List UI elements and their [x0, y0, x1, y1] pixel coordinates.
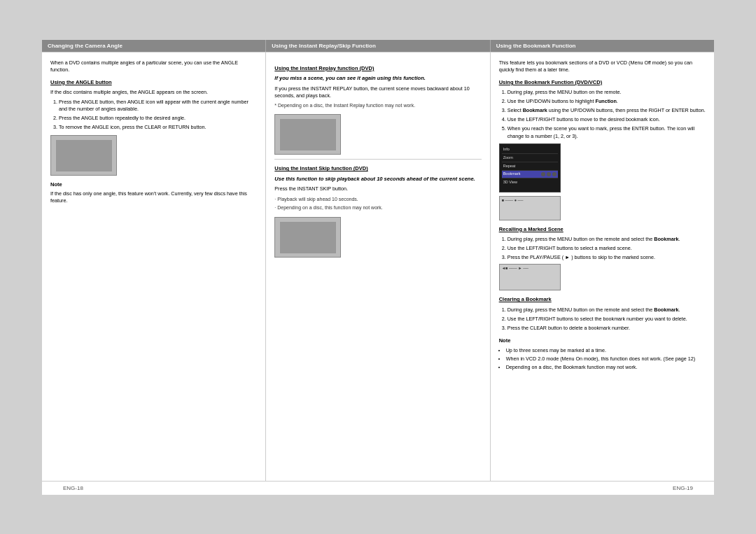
col2-replay-screen: Instant Replay: [274, 114, 341, 155]
col1-header: Changing the Camera Angle: [42, 40, 266, 52]
col3-note-title: Note: [499, 337, 706, 345]
col2-sub1-body: If you press the INSTANT REPLAY button, …: [274, 85, 481, 99]
col2-note-2: · Depending on a disc, this function may…: [274, 204, 481, 211]
col2-sub2-bold: Use this function to skip playback about…: [274, 176, 481, 183]
col3-recall-screen: ◄■ ─── ► ──: [499, 264, 561, 290]
col3-sub2-title: Recalling a Marked Scene: [499, 226, 706, 234]
col3-recall-2: Use the LEFT/RIGHT buttons to select a m…: [507, 245, 706, 252]
bm-dot-3: [552, 172, 556, 176]
col1-steps: Press the ANGLE button, then ANGLE icon …: [50, 99, 257, 131]
col3-note-1: Up to three scenes may be marked at a ti…: [506, 347, 706, 354]
col2-skip-inner: [280, 222, 336, 253]
col3-note-3: Depending on a disc, the Bookmark functi…: [506, 364, 706, 371]
manual-page: Changing the Camera Angle Using the Inst…: [42, 40, 714, 495]
col1-note-title: Note: [50, 181, 257, 189]
bm-dot-1: [541, 172, 545, 176]
col2-divider: [274, 159, 481, 160]
col3-intro: This feature lets you bookmark sections …: [499, 59, 706, 73]
col2-notes: · Playback will skip ahead 10 seconds. ·…: [274, 196, 481, 212]
col3-recall-label: ◄■ ─── ► ──: [502, 266, 528, 272]
col1-sub1-title: Using the ANGLE button: [50, 79, 257, 87]
col3-bookmark-menu-screen: Info Zoom Repeat Bookmark 3D View: [499, 143, 561, 192]
col2-sub1-title: Using the Instant Replay function (DVD): [274, 65, 481, 73]
bm-3dview: 3D View: [502, 178, 558, 186]
column-3: This feature lets you bookmark sections …: [491, 52, 714, 481]
bm-repeat: Repeat: [502, 162, 558, 171]
col3-step-5: When you reach the scene you want to mar…: [507, 125, 706, 139]
bm-bookmark: Bookmark: [502, 171, 558, 179]
bm-dot-2: [547, 172, 551, 176]
col1-screen-inner: [56, 140, 112, 171]
col2-note-1: · Playback will skip ahead 10 seconds.: [274, 196, 481, 203]
col3-step-2: Use the UP/DOWN buttons to highlight Fun…: [507, 98, 706, 105]
col1-step-1: Press the ANGLE button, then ANGLE icon …: [59, 99, 257, 113]
col3-clear-1: During play, press the MENU button on th…: [507, 307, 706, 314]
col3-sub3-steps: During play, press the MENU button on th…: [499, 307, 706, 332]
bm-zoom: Zoom: [502, 154, 558, 162]
col1-note-body: If the disc has only one angle, this fea…: [50, 190, 257, 204]
col2-header: Using the Instant Replay/Skip Function: [266, 40, 490, 52]
footer-left: ENG-18: [63, 485, 83, 491]
col1-sub1-body: If the disc contains multiple angles, th…: [50, 89, 257, 96]
col1-screen-image: ■ ─────: [50, 135, 117, 176]
bookmark-dots: [541, 172, 556, 176]
column-1: When a DVD contains multiple angles of a…: [42, 52, 266, 481]
col3-step-4: Use the LEFT/RIGHT buttons to move to th…: [507, 116, 706, 123]
col3-header: Using the Bookmark Function: [491, 40, 714, 52]
col2-asterisk: * Depending on a disc, the Instant Repla…: [274, 102, 481, 109]
col2-sub2-body: Press the INSTANT SKIP button.: [274, 185, 481, 192]
col3-recall-1: During play, press the MENU button on th…: [507, 236, 706, 243]
col3-sub2-steps: During play, press the MENU button on th…: [499, 236, 706, 261]
bm-info: Info: [502, 146, 558, 155]
col1-intro: When a DVD contains multiple angles of a…: [50, 59, 257, 73]
footer-right: ENG-19: [673, 485, 693, 491]
col3-status-label: ■ ─── ● ──: [502, 198, 524, 204]
footer: ENG-18 ENG-19: [42, 481, 714, 495]
col3-sub3-title: Clearing a Bookmark: [499, 296, 706, 304]
col3-clear-3: Press the CLEAR button to delete a bookm…: [507, 325, 706, 332]
col3-sub1-title: Using the Bookmark Function (DVD/VCD): [499, 79, 706, 87]
col3-note-2: When in VCD 2.0 mode (Menu On mode), thi…: [506, 356, 706, 363]
col3-note: Note Up to three scenes may be marked at…: [499, 337, 706, 371]
col3-clear-2: Use the LEFT/RIGHT buttons to select the…: [507, 316, 706, 323]
col1-step-3: To remove the ANGLE icon, press the CLEA…: [59, 124, 257, 131]
col3-step-1: During play, press the MENU button on th…: [507, 89, 706, 96]
col3-status-screen: ■ ─── ● ──: [499, 196, 561, 220]
col2-skip-screen: Instant Skip: [274, 217, 341, 258]
col1-note: Note If the disc has only one angle, thi…: [50, 181, 257, 205]
col3-note-list: Up to three scenes may be marked at a ti…: [499, 347, 706, 371]
col3-sub1-steps: During play, press the MENU button on th…: [499, 89, 706, 139]
top-bar: Changing the Camera Angle Using the Inst…: [42, 40, 714, 52]
col3-recall-3: Press the PLAY/PAUSE ( ► ) buttons to sk…: [507, 254, 706, 261]
col2-sub2-title: Using the Instant Skip function (DVD): [274, 165, 481, 173]
column-2: Using the Instant Replay function (DVD) …: [266, 52, 490, 481]
content-area: When a DVD contains multiple angles of a…: [42, 52, 714, 481]
col3-step-3: Select Bookmark using the UP/DOWN button…: [507, 107, 706, 114]
col2-replay-inner: [280, 119, 336, 150]
col1-step-2: Press the ANGLE button repeatedly to the…: [59, 115, 257, 122]
col2-sub1-bold: If you miss a scene, you can see it agai…: [274, 75, 481, 83]
